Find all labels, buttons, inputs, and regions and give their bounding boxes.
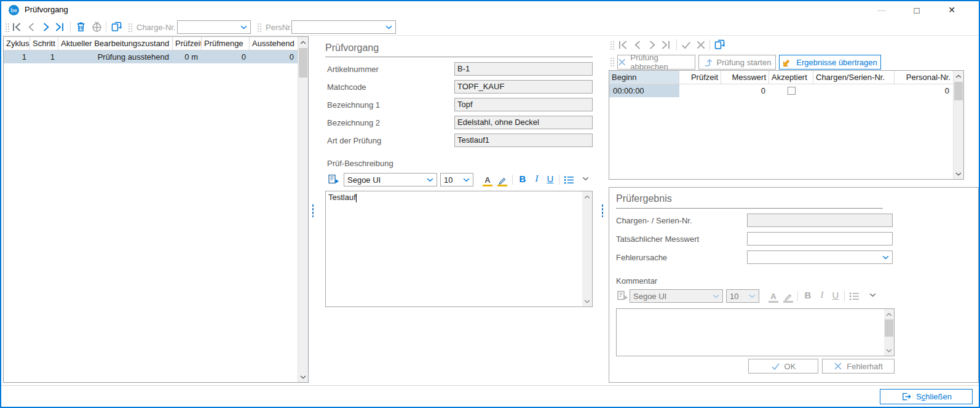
ok-button[interactable]: OK xyxy=(748,359,818,374)
refresh-transfer-icon[interactable] xyxy=(714,39,726,50)
previous-result-button[interactable] xyxy=(632,39,643,50)
highlight-icon[interactable] xyxy=(783,290,794,303)
italic-button[interactable]: I xyxy=(816,290,828,300)
first-record-button[interactable] xyxy=(11,22,22,33)
matchcode-field[interactable]: TOPF_KAUF xyxy=(454,80,593,94)
scrollbar-thumb[interactable] xyxy=(954,82,963,100)
editor-overflow-chevron-icon[interactable] xyxy=(582,177,589,181)
font-family-combobox[interactable]: Segoe UI xyxy=(344,173,437,186)
artikelnummer-label: Artikelnummer xyxy=(327,65,379,74)
next-result-button[interactable] xyxy=(647,39,658,50)
ergebnisse-uebertragen-button[interactable]: Ergebnisse übertragen xyxy=(779,55,881,70)
last-record-button[interactable] xyxy=(54,22,65,33)
toolbar-grip[interactable] xyxy=(610,57,615,66)
close-button[interactable]: ✕ xyxy=(936,1,967,18)
italic-button[interactable]: I xyxy=(531,174,542,184)
kommentar-textarea[interactable] xyxy=(616,308,895,356)
minimize-button[interactable]: — xyxy=(866,1,897,18)
last-result-button[interactable] xyxy=(660,39,671,50)
bold-button[interactable]: B xyxy=(517,174,528,184)
bezeichnung2-field[interactable]: Edelstahl, ohne Deckel xyxy=(454,116,593,129)
pruefung-starten-button[interactable]: Prüfung starten xyxy=(698,55,776,70)
toolbar-grip[interactable] xyxy=(5,23,10,32)
column-header-bearbeitungszustand[interactable]: Aktueller Bearbeitungszustand xyxy=(58,37,173,50)
column-header-akzeptiert[interactable]: Akzeptiert xyxy=(769,71,813,84)
column-header-zyklus[interactable]: Zyklus xyxy=(4,37,30,50)
toolbar-grip[interactable] xyxy=(128,23,133,32)
globe-icon[interactable] xyxy=(91,21,103,33)
cell-pruefzeit xyxy=(679,84,721,97)
column-header-pruefmenge[interactable]: Prüfmenge xyxy=(202,37,250,50)
title-bar[interactable]: be Prüfvorgang — □ ✕ xyxy=(1,1,979,18)
cancel-cross-icon[interactable] xyxy=(695,39,706,50)
load-text-icon[interactable] xyxy=(328,174,340,185)
scroll-down-icon[interactable] xyxy=(884,345,894,356)
fehlerhaft-button[interactable]: Fehlerhaft xyxy=(822,359,895,374)
akzeptiert-checkbox[interactable] xyxy=(788,87,796,95)
column-header-beginn[interactable]: Beginn xyxy=(609,71,679,84)
scroll-down-icon[interactable] xyxy=(298,372,308,382)
left-splitter-handle[interactable] xyxy=(312,204,314,217)
art-der-pruefung-field[interactable]: Testlauf1 xyxy=(454,134,593,147)
transfer-arrow-icon xyxy=(783,58,792,67)
scroll-down-icon[interactable] xyxy=(582,296,592,306)
textarea-scrollbar[interactable] xyxy=(884,309,894,356)
charge-nr-combobox[interactable] xyxy=(177,20,251,34)
scroll-down-icon[interactable] xyxy=(954,169,963,179)
scrollbar-thumb[interactable] xyxy=(885,319,893,337)
font-color-icon[interactable]: A xyxy=(482,174,493,186)
underline-button[interactable]: U xyxy=(830,290,841,300)
bold-button[interactable]: B xyxy=(802,290,813,300)
bullet-list-icon[interactable] xyxy=(849,292,859,301)
first-result-button[interactable] xyxy=(617,39,628,50)
refresh-transfer-icon[interactable] xyxy=(111,21,123,33)
font-family-combobox[interactable]: Segoe UI xyxy=(630,289,723,303)
scrollbar-thumb[interactable] xyxy=(299,48,307,78)
next-record-button[interactable] xyxy=(41,22,52,33)
toolbar-separator xyxy=(512,175,513,185)
scroll-up-icon[interactable] xyxy=(884,309,894,319)
scroll-up-icon[interactable] xyxy=(954,71,963,81)
results-toolbar xyxy=(607,36,979,54)
pruef-beschreibung-textarea[interactable]: Testlauf xyxy=(325,191,593,307)
column-header-schritt[interactable]: Schritt xyxy=(30,37,58,50)
accept-check-icon[interactable] xyxy=(681,39,692,50)
scroll-up-icon[interactable] xyxy=(582,191,592,202)
delete-icon[interactable] xyxy=(75,21,87,33)
maximize-button[interactable]: □ xyxy=(901,1,932,18)
tatsaechlicher-messwert-field[interactable] xyxy=(747,232,893,246)
font-color-icon[interactable]: A xyxy=(768,290,779,303)
font-size-combobox[interactable]: 10 xyxy=(726,289,759,303)
cycle-table-row[interactable]: 1 1 Prüfung ausstehend 0 m 0 0 xyxy=(4,50,308,63)
toolbar-grip[interactable] xyxy=(610,41,615,50)
font-size-combobox[interactable]: 10 xyxy=(440,173,473,186)
underline-button[interactable]: U xyxy=(545,174,556,184)
artikelnummer-field[interactable]: B-1 xyxy=(454,62,593,76)
schliessen-button[interactable]: Schließen xyxy=(880,389,973,404)
bullet-list-icon[interactable] xyxy=(564,175,574,185)
pers-nr-combobox[interactable] xyxy=(291,20,396,34)
column-header-chargen-serien[interactable]: Chargen/Serien-Nr. xyxy=(813,71,895,84)
previous-record-button[interactable] xyxy=(26,22,37,33)
column-header-pruefzeit[interactable]: Prüfzeit xyxy=(173,37,202,50)
window-title: Prüfvorgang xyxy=(25,5,68,14)
chargen-serien-field[interactable] xyxy=(747,214,893,227)
column-header-pruefzeit[interactable]: Prüfzeit xyxy=(679,71,721,84)
cycles-vertical-scrollbar[interactable] xyxy=(298,37,308,382)
highlight-icon[interactable] xyxy=(497,174,508,186)
column-header-ausstehend[interactable]: Ausstehend xyxy=(250,37,298,50)
pruefung-abbrechen-button[interactable]: Prüfung abbrechen xyxy=(617,55,695,70)
column-header-messwert[interactable]: Messwert xyxy=(721,71,769,84)
load-text-icon[interactable] xyxy=(617,290,629,301)
result-table-row[interactable]: 00:00:00 0 0 xyxy=(609,84,963,97)
editor-overflow-chevron-icon[interactable] xyxy=(869,293,876,297)
charge-nr-label: Charge-Nr. xyxy=(136,23,176,32)
right-splitter-handle[interactable] xyxy=(601,204,604,217)
column-header-personal[interactable]: Personal-Nr. xyxy=(895,71,953,84)
results-vertical-scrollbar[interactable] xyxy=(953,71,963,179)
scroll-up-icon[interactable] xyxy=(298,37,308,47)
bezeichnung1-field[interactable]: Topf xyxy=(454,98,593,111)
toolbar-grip[interactable] xyxy=(257,23,262,32)
fehlerursache-combobox[interactable] xyxy=(747,250,893,264)
textarea-scrollbar[interactable] xyxy=(582,191,592,306)
